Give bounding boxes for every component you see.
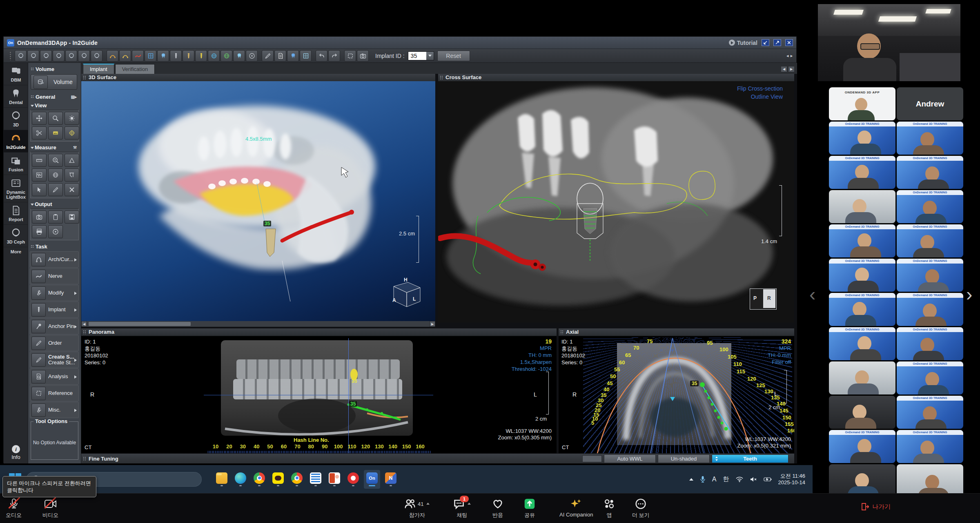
participant-tile[interactable]: OnDemand 3D TRAINING xyxy=(897,224,963,257)
task-implant[interactable]: Implant xyxy=(30,301,79,318)
meeting-control-ai-companion[interactable]: AI Companion xyxy=(559,498,593,518)
sidebar-item-more[interactable]: More xyxy=(4,247,28,256)
head-right-icon[interactable] xyxy=(53,50,65,62)
auto-wwl-button[interactable]: Auto WWL xyxy=(604,454,656,463)
participant-tile[interactable]: OnDemand 3D TRAINING xyxy=(829,259,895,292)
orientation-tool-icon[interactable] xyxy=(32,126,47,140)
flip-cross-section-link[interactable]: Flip Cross-section xyxy=(737,85,783,92)
participant-tile[interactable] xyxy=(897,464,963,497)
sidebar-item-dbm[interactable]: DBM xyxy=(4,63,28,85)
fine-tuning-header[interactable]: Fine Tuning xyxy=(81,456,118,462)
surgical-guide-icon[interactable] xyxy=(208,50,220,62)
participant-tile[interactable]: OnDemand 3D TRAINING xyxy=(829,327,895,360)
wifi-icon[interactable] xyxy=(736,476,743,482)
axial-header[interactable]: Axial xyxy=(559,328,794,336)
scroll-left-icon[interactable]: ◀ xyxy=(81,321,87,327)
tape-measure-icon[interactable] xyxy=(48,154,63,167)
participant-tile[interactable] xyxy=(829,190,895,223)
fine-tuning-slider[interactable] xyxy=(582,455,602,462)
participant-tile-named[interactable]: Andrew xyxy=(897,87,963,120)
task-nerve[interactable]: Nerve xyxy=(30,268,79,284)
volume-muted-icon[interactable] xyxy=(750,476,757,482)
delete-measure-icon[interactable] xyxy=(65,183,79,196)
outline-view-link[interactable]: Outline View xyxy=(751,93,783,100)
participant-tile[interactable]: OnDemand 3D TRAINING xyxy=(897,293,963,326)
participant-tile[interactable]: OnDemand 3D TRAINING xyxy=(897,327,963,360)
draw-tool-icon[interactable] xyxy=(48,183,63,196)
participant-tile[interactable]: OnDemand 3D TRAINING xyxy=(897,122,963,155)
3d-surface-header[interactable]: 3D Surface xyxy=(81,74,435,82)
audio-control[interactable]: 오디오 xyxy=(6,498,22,519)
ime-korean-label[interactable]: 한 xyxy=(723,475,729,483)
task-order[interactable]: Order xyxy=(30,335,79,351)
output-subsection-header[interactable]: Output xyxy=(30,200,79,208)
media-app-icon[interactable] xyxy=(345,470,361,489)
gallery-next-icon[interactable]: › xyxy=(966,283,972,305)
tray-chevron-icon[interactable] xyxy=(689,478,693,481)
nerve-tool-icon[interactable] xyxy=(132,50,144,62)
tab-implant[interactable]: Implant xyxy=(83,64,114,74)
task-analysis[interactable]: Analysis xyxy=(30,368,79,385)
ct-slice-icon[interactable] xyxy=(145,50,156,62)
participant-tile[interactable]: OnDemand 3D TRAINING xyxy=(897,430,963,463)
windowing-tool-icon[interactable] xyxy=(65,112,79,125)
head-top-icon[interactable] xyxy=(78,50,90,62)
tooth-segment-icon[interactable] xyxy=(157,50,169,62)
head-back-icon[interactable] xyxy=(65,50,77,62)
sidebar-item-info[interactable]: iInfo xyxy=(4,445,28,460)
chevron-up-icon[interactable] xyxy=(468,503,471,505)
tutorial-button[interactable]: Tutorial xyxy=(729,40,757,46)
participant-tile[interactable]: OnDemand 3D TRAINING xyxy=(897,259,963,292)
panorama-curve-icon[interactable] xyxy=(119,50,131,62)
3d-horizontal-scrollbar[interactable]: ◀ ▶ xyxy=(81,321,435,327)
meeting-control-reactions[interactable]: 반응 xyxy=(492,498,503,519)
minimize-button[interactable] xyxy=(762,39,769,46)
sidebar-item-3d-ceph[interactable]: 3D Ceph xyxy=(4,225,28,247)
view-subsection-header[interactable]: View xyxy=(30,101,79,109)
clipboard-tool-icon[interactable] xyxy=(48,211,63,224)
participant-tile[interactable]: ONDEMAND 3D APP xyxy=(829,87,895,120)
ruler-tool-icon[interactable] xyxy=(32,154,47,167)
taskbar-clock[interactable]: 오전 11:46 2025-10-14 xyxy=(778,473,806,486)
ondemand3d-app-icon[interactable]: On xyxy=(364,470,380,489)
pencil-tool-icon[interactable] xyxy=(262,50,274,62)
panorama-cursor-line[interactable] xyxy=(348,338,349,453)
participant-tile[interactable] xyxy=(829,361,895,394)
meeting-control-participants[interactable]: 41참가자 xyxy=(404,498,430,519)
kakaotalk-icon[interactable] xyxy=(270,470,286,489)
cross-surface-view[interactable]: Flip Cross-section Outline View 1.4 cm P… xyxy=(438,81,794,323)
tab-scroll-left[interactable]: ◀ xyxy=(781,66,787,72)
participant-tile[interactable] xyxy=(829,396,895,429)
window-titlebar[interactable]: On OnDemand3DApp - In2Guide Tutorial xyxy=(4,37,796,49)
toolbar-overflow-arrows[interactable]: ◄► xyxy=(786,54,794,58)
sleeve-icon[interactable] xyxy=(246,50,258,62)
ime-latin-label[interactable]: A xyxy=(712,476,717,483)
task-create-s-[interactable]: Create S...Create St... xyxy=(30,352,79,368)
task-anchor-pin[interactable]: Anchor Pin xyxy=(30,318,79,335)
tooth-chart-icon[interactable] xyxy=(287,50,299,62)
meeting-control-more[interactable]: 더 보기 xyxy=(632,498,650,519)
report-page-icon[interactable] xyxy=(274,50,286,62)
tab-verification[interactable]: Verification xyxy=(115,64,155,74)
participant-tile[interactable]: OnDemand 3D TRAINING xyxy=(829,430,895,463)
angle-tool-icon[interactable] xyxy=(65,154,79,167)
participant-tile[interactable]: OnDemand 3D TRAINING xyxy=(897,361,963,394)
panorama-view[interactable]: ID: 1 홍길동 20180102 Series: 0 19 MPR TH: … xyxy=(81,336,557,453)
participant-tile[interactable] xyxy=(829,464,895,497)
link-views-icon[interactable] xyxy=(300,50,312,62)
video-control[interactable]: 비디오 xyxy=(42,498,58,519)
cross-surface-header[interactable]: Cross Surface xyxy=(438,74,794,82)
profile-tool-icon[interactable] xyxy=(32,168,47,182)
presentation-app-icon[interactable] xyxy=(326,470,343,489)
redo-icon[interactable] xyxy=(328,50,340,62)
task-misc-[interactable]: Misc. xyxy=(30,402,79,418)
participant-tile[interactable]: OnDemand 3D TRAINING xyxy=(897,396,963,429)
gallery-prev-icon[interactable]: ‹ xyxy=(809,283,815,305)
cd-export-icon[interactable] xyxy=(48,225,63,238)
edge-browser-icon[interactable] xyxy=(232,470,249,489)
arch-curve-icon[interactable] xyxy=(107,50,118,62)
chrome-icon[interactable] xyxy=(251,470,267,489)
notes-app-icon[interactable] xyxy=(307,470,324,489)
capture-box-icon[interactable] xyxy=(344,50,356,62)
leave-meeting-button[interactable]: 나가기 xyxy=(861,503,891,511)
